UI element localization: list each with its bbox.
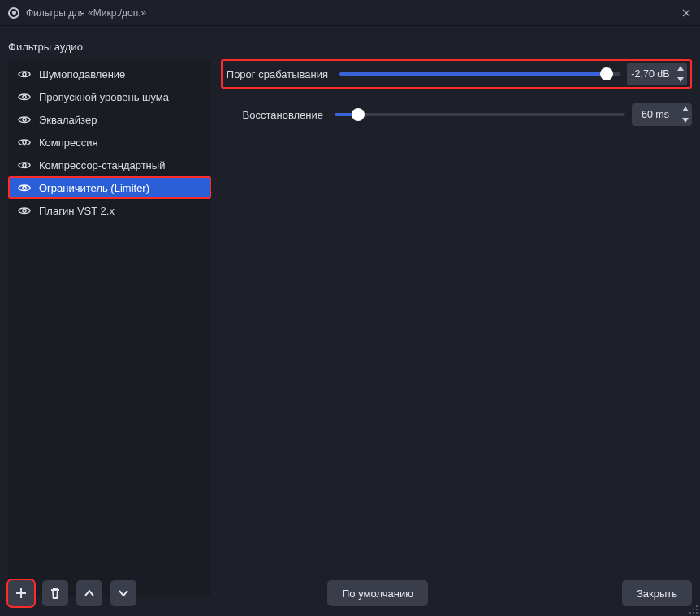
svg-point-4	[23, 163, 26, 167]
visibility-toggle-icon[interactable]	[18, 181, 31, 194]
threshold-spinbox[interactable]: -2,70 dB	[627, 63, 687, 85]
filter-item[interactable]: Компрессор-стандартный	[8, 154, 211, 176]
visibility-toggle-icon[interactable]	[18, 158, 31, 171]
visibility-toggle-icon[interactable]	[18, 204, 31, 217]
visibility-toggle-icon[interactable]	[18, 113, 31, 126]
filter-item[interactable]: Плагин VST 2.x	[8, 199, 211, 222]
threshold-step-up[interactable]	[674, 63, 687, 74]
defaults-button[interactable]: По умолчанию	[327, 580, 428, 606]
svg-point-0	[23, 72, 26, 76]
threshold-label: Порог срабатывания	[226, 68, 333, 80]
delete-filter-button[interactable]	[42, 580, 68, 606]
move-up-button[interactable]	[76, 580, 102, 606]
filter-item-label: Ограничитель (Limiter)	[39, 182, 149, 194]
app-logo-icon	[8, 7, 19, 19]
resize-grip-icon[interactable]	[689, 605, 698, 614]
visibility-toggle-icon[interactable]	[18, 136, 31, 149]
release-step-up[interactable]	[679, 103, 692, 115]
threshold-row: Порог срабатывания -2,70 dB	[221, 59, 692, 89]
release-row: Восстановление 60 ms	[221, 100, 692, 129]
release-spinbox[interactable]: 60 ms	[632, 103, 692, 126]
svg-point-3	[23, 141, 26, 144]
filter-item[interactable]: Пропускной уровень шума	[8, 85, 211, 108]
svg-point-2	[23, 118, 26, 121]
filter-item-label: Эквалайзер	[39, 114, 97, 126]
svg-point-9	[696, 609, 698, 610]
svg-point-8	[693, 609, 694, 610]
svg-point-1	[23, 95, 26, 98]
svg-point-6	[23, 209, 26, 212]
filter-item[interactable]: Компрессия	[8, 131, 211, 154]
release-label: Восстановление	[221, 109, 328, 121]
move-down-button[interactable]	[110, 580, 136, 606]
filters-section-label: Фильтры аудио	[0, 26, 700, 59]
filter-item[interactable]: Эквалайзер	[8, 108, 211, 131]
threshold-value: -2,70 dB	[627, 68, 674, 80]
svg-point-10	[689, 612, 691, 614]
svg-point-12	[696, 612, 698, 614]
svg-point-5	[23, 186, 26, 189]
window-title: Фильтры для «Микр./доп.»	[26, 7, 146, 19]
release-slider[interactable]	[335, 106, 625, 123]
threshold-step-down[interactable]	[674, 74, 687, 85]
filter-item[interactable]: Ограничитель (Limiter)	[8, 176, 211, 199]
filter-item-label: Шумоподавление	[39, 68, 125, 80]
filter-item-label: Плагин VST 2.x	[39, 205, 115, 217]
release-value: 60 ms	[632, 109, 679, 120]
add-filter-button[interactable]	[8, 580, 34, 606]
filter-item-label: Пропускной уровень шума	[39, 91, 169, 103]
filter-item-label: Компрессор-стандартный	[39, 159, 165, 171]
filter-item[interactable]: Шумоподавление	[8, 63, 211, 85]
body-area: ШумоподавлениеПропускной уровень шумаЭкв…	[0, 59, 700, 596]
close-button[interactable]: Закрыть	[622, 580, 692, 606]
threshold-slider[interactable]	[339, 66, 620, 82]
filter-list: ШумоподавлениеПропускной уровень шумаЭкв…	[8, 59, 211, 596]
release-step-down[interactable]	[679, 115, 692, 126]
visibility-toggle-icon[interactable]	[18, 67, 31, 80]
visibility-toggle-icon[interactable]	[18, 90, 31, 103]
filter-item-label: Компрессия	[39, 137, 98, 149]
window-close-button[interactable]	[677, 4, 695, 22]
svg-point-11	[693, 612, 694, 614]
bottom-toolbar: По умолчанию Закрыть	[8, 580, 692, 606]
titlebar: Фильтры для «Микр./доп.»	[0, 0, 700, 26]
filter-settings: Порог срабатывания -2,70 dB Восстановлен…	[221, 59, 692, 596]
svg-point-7	[696, 605, 698, 607]
